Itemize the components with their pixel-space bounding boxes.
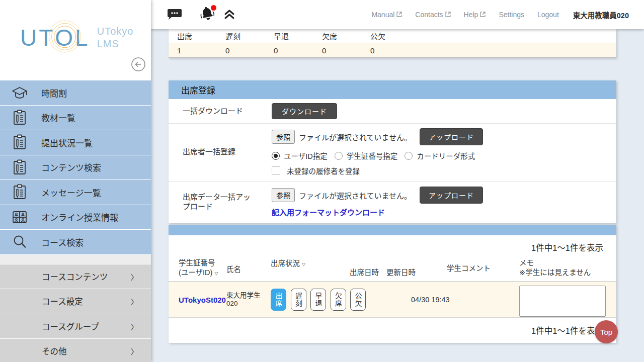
chevron-right-icon: 〉 — [131, 346, 138, 356]
sidebar-item-online-class[interactable]: オンライン授業情報 — [0, 205, 151, 230]
no-file-text: ファイルが選択されていません。 — [299, 132, 412, 142]
status-button-absent[interactable]: 欠席 — [331, 289, 346, 311]
sidebar-item-label: コンテンツ検索 — [41, 161, 101, 173]
attendee-bulk-register-row: 出席者一括登録 参照 ファイルが選択されていません。 アップロード ユーザID指… — [169, 124, 616, 182]
sidebar-item-label: コース設定 — [42, 295, 83, 307]
status-button-group: 出席 遅刻 早退 欠席 公欠 — [271, 289, 366, 311]
sidebar-item-label: コースコンテンツ — [42, 270, 108, 283]
browse-button[interactable]: 参照 — [272, 188, 295, 202]
sidebar-item-course-search[interactable]: コース検索 — [0, 230, 151, 255]
status-button-early-leave[interactable]: 早退 — [310, 289, 326, 311]
summary-header-early-leave: 早退 — [265, 31, 313, 41]
logo-area: UTOL UTokyo LMS — [0, 0, 151, 80]
external-link-icon — [396, 11, 402, 19]
clipboard-icon — [10, 184, 29, 200]
radio-student-number[interactable]: 学生証番号指定 — [335, 150, 398, 161]
notification-bell-icon[interactable] — [199, 6, 215, 24]
user-name: 東大用教職員020 — [573, 10, 629, 20]
sort-icon[interactable]: ▽ — [214, 271, 218, 276]
browse-button[interactable]: 参照 — [272, 130, 295, 144]
result-count-text: 1件中1〜1件を表示 — [531, 241, 603, 253]
radio-user-id[interactable]: ユーザID指定 — [272, 150, 328, 161]
logo-text: UTOL — [20, 24, 90, 51]
column-header-student-comment: 学生コメント — [447, 264, 491, 274]
chevron-right-icon: 〉 — [131, 296, 138, 306]
sidebar: UTOL UTokyo LMS 時間割 教材一覧 — [0, 0, 151, 362]
column-header-memo: メモ ※学生には見えません — [519, 258, 591, 278]
status-button-excused[interactable]: 公欠 — [350, 289, 366, 311]
summary-value-late: 0 — [217, 46, 265, 55]
sidebar-item-course-settings[interactable]: コース設定 〉 — [0, 289, 151, 314]
column-header-student-id[interactable]: 学生証番号 (ユーザID) ▽ — [179, 258, 218, 278]
upload-button[interactable]: アップロード — [420, 128, 483, 145]
bulk-download-label: 一括ダウンロード — [169, 107, 272, 116]
format-download-link[interactable]: 記入用フォーマットダウンロード — [272, 207, 385, 217]
manual-link[interactable]: Manual — [371, 11, 402, 19]
sidebar-item-course-contents[interactable]: コースコンテンツ 〉 — [0, 264, 151, 290]
summary-value-row: 1 0 0 0 0 — [169, 43, 616, 58]
status-button-late[interactable]: 遅刻 — [291, 289, 306, 311]
notification-badge — [211, 5, 216, 11]
utol-logo: UTOL UTokyo LMS — [20, 24, 133, 51]
chevron-right-icon: 〉 — [131, 272, 138, 282]
status-button-attend[interactable]: 出席 — [271, 289, 286, 311]
column-header-status[interactable]: 出席状況 ▽ — [271, 259, 305, 268]
panel-title: 出席登録 — [169, 80, 616, 99]
attendance-summary-table: 出席 遅刻 早退 欠席 公欠 1 0 0 0 0 — [169, 29, 616, 58]
sidebar-course-menu: コースコンテンツ 〉 コース設定 〉 コースグループ 〉 その他 〉 — [0, 264, 151, 362]
sidebar-collapse-button[interactable] — [131, 57, 146, 72]
main-content: 出席 遅刻 早退 欠席 公欠 1 0 0 0 0 出席登録 一括ダウンロード ダ… — [151, 29, 644, 362]
sidebar-item-submissions[interactable]: 提出状況一覧 — [0, 130, 151, 155]
summary-header-row: 出席 遅刻 早退 欠席 公欠 — [169, 29, 616, 43]
attendance-data-upload-row: 出席データ一括アップロード 参照 ファイルが選択されていません。 アップロード … — [169, 182, 616, 223]
sidebar-section-divider — [0, 255, 151, 264]
scroll-to-top-button[interactable]: Top — [595, 320, 618, 343]
student-name: 東大用学生020 — [226, 291, 269, 307]
sidebar-menu: 時間割 教材一覧 提出状況一覧 コンテンツ検索 メッセージ一覧 — [0, 80, 151, 255]
sidebar-item-label: 提出状況一覧 — [41, 136, 93, 149]
clipboard-icon — [10, 159, 29, 175]
memo-textarea[interactable] — [519, 286, 606, 317]
summary-value-early-leave: 0 — [265, 46, 313, 55]
updated-datetime-value: 04/30 19:43 — [411, 296, 450, 304]
table-row: UTokyoSt020 東大用学生020 出席 遅刻 早退 欠席 公欠 04/3… — [169, 282, 616, 318]
radio-unselected-icon — [405, 152, 413, 160]
data-upload-controls: 参照 ファイルが選択されていません。 アップロード 記入用フォーマットダウンロー… — [272, 187, 483, 217]
logout-link[interactable]: Logout — [537, 11, 559, 19]
unregistered-checkbox[interactable] — [272, 166, 280, 175]
sidebar-item-label: 時間割 — [41, 86, 67, 99]
topbar-icons — [151, 6, 235, 24]
help-link[interactable]: Help — [464, 11, 486, 19]
summary-header-excused: 公欠 — [362, 31, 410, 41]
sidebar-item-label: コースグループ — [42, 320, 99, 332]
graduation-cap-icon — [10, 85, 29, 100]
sidebar-item-label: オンライン授業情報 — [41, 211, 118, 223]
settings-link[interactable]: Settings — [499, 11, 524, 19]
upload-button[interactable]: アップロード — [420, 187, 483, 204]
download-button[interactable]: ダウンロード — [272, 103, 337, 119]
radio-unselected-icon — [335, 152, 343, 160]
contacts-link[interactable]: Contacts — [415, 11, 450, 19]
unregistered-check-line: 未登録の履修者を登録 — [272, 165, 483, 176]
radio-card-reader[interactable]: カードリーダ形式 — [405, 150, 475, 161]
sidebar-item-others[interactable]: その他 〉 — [0, 339, 151, 362]
topbar: Manual Contacts Help Settings Logout 東大用… — [151, 0, 644, 29]
chat-icon[interactable] — [167, 7, 182, 23]
sidebar-item-messages[interactable]: メッセージ一覧 — [0, 180, 151, 205]
sidebar-item-materials[interactable]: 教材一覧 — [0, 106, 151, 131]
search-icon — [10, 234, 29, 249]
column-header-name: 氏名 — [226, 265, 241, 275]
sidebar-item-content-search[interactable]: コンテンツ検索 — [0, 155, 151, 180]
logo-subtitle: UTokyo LMS — [97, 25, 134, 50]
attendee-bulk-controls: 参照 ファイルが選択されていません。 アップロード ユーザID指定 学生証番号指… — [272, 128, 483, 176]
collapse-header-icon[interactable] — [223, 8, 235, 22]
student-id-link[interactable]: UTokyoSt020 — [179, 295, 226, 304]
register-type-radios: ユーザID指定 学生証番号指定 カードリーダ形式 — [272, 150, 483, 161]
radio-selected-icon — [272, 152, 280, 160]
sidebar-item-course-group[interactable]: コースグループ 〉 — [0, 314, 151, 339]
back-arrow-icon — [131, 66, 146, 73]
sort-icon[interactable]: ▽ — [302, 262, 305, 267]
online-class-icon — [10, 210, 29, 224]
sidebar-item-timetable[interactable]: 時間割 — [0, 80, 151, 106]
summary-value-attend: 1 — [169, 46, 217, 55]
